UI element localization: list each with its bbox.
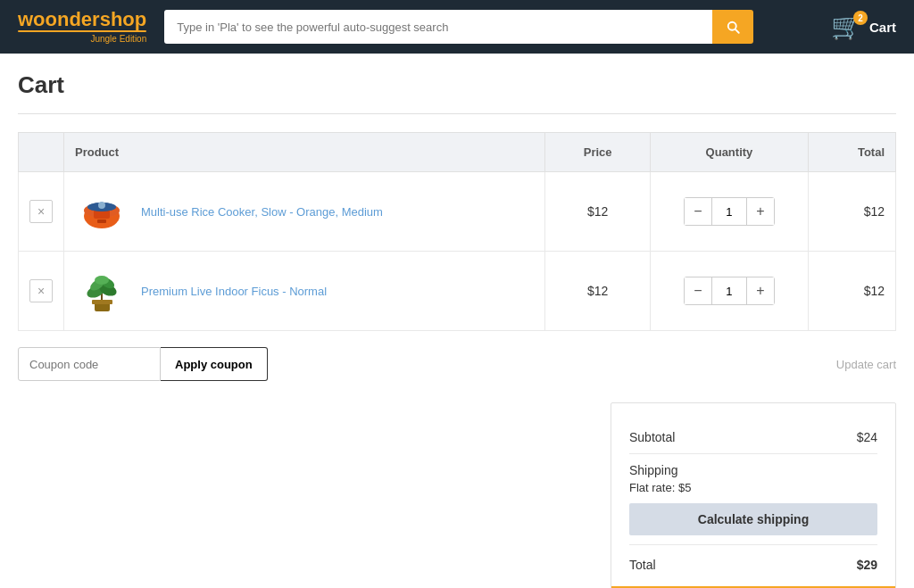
logo-subtitle: Jungle Edition: [18, 34, 146, 44]
coupon-input[interactable]: [18, 347, 161, 381]
shipping-label: Shipping: [629, 463, 877, 477]
cart-label: Cart: [869, 20, 896, 35]
th-remove: [19, 133, 64, 172]
cart-badge: 2: [853, 11, 868, 25]
qty-control-1: − +: [684, 197, 775, 226]
th-product: Product: [64, 133, 545, 172]
divider: [18, 113, 896, 114]
product-cell-1: Multi-use Rice Cooker, Slow - Orange, Me…: [64, 172, 545, 252]
summary-box: Subtotal $24 Shipping Flat rate: $5 Calc…: [611, 402, 896, 588]
page-content: Cart Product Price Quantity Total ×: [0, 54, 914, 588]
th-quantity: Quantity: [651, 133, 809, 172]
product-cell-2: Premium Live Indoor Ficus - Normal: [64, 252, 545, 331]
cart-area[interactable]: 🛒 2 Cart: [831, 14, 896, 39]
product-thumb-2: [75, 264, 129, 318]
calculate-shipping-button[interactable]: Calculate shipping: [629, 503, 877, 535]
remove-button-2[interactable]: ×: [29, 279, 53, 302]
page-title: Cart: [18, 71, 896, 99]
flat-rate-label: Flat rate: $5: [629, 481, 877, 494]
svg-rect-9: [92, 300, 112, 304]
logo: woondershop Jungle Edition: [18, 10, 146, 44]
ficus-icon: [78, 267, 127, 316]
cart-table-body: ×: [19, 172, 896, 331]
logo-underline: [18, 30, 146, 32]
qty-control-2: − +: [684, 277, 775, 305]
apply-coupon-button[interactable]: Apply coupon: [161, 347, 268, 381]
cart-table-head: Product Price Quantity Total: [19, 133, 896, 172]
coupon-left: Apply coupon: [18, 347, 268, 381]
price-cell-1: $12: [545, 172, 651, 252]
subtotal-label: Subtotal: [629, 430, 675, 444]
subtotal-value: $24: [857, 430, 877, 444]
logo-text: woondershop: [18, 10, 146, 29]
cart-table: Product Price Quantity Total ×: [18, 132, 896, 331]
logo-text-accent: shop: [100, 8, 147, 30]
th-price: Price: [545, 133, 651, 172]
qty-plus-1[interactable]: +: [747, 198, 774, 225]
product-thumb-1: [75, 185, 129, 238]
cart-icon-wrap: 🛒 2: [831, 14, 862, 39]
search-input[interactable]: [164, 10, 712, 44]
header: woondershop Jungle Edition 🛒 2 Cart: [0, 0, 914, 54]
svg-rect-7: [97, 219, 106, 223]
qty-input-1[interactable]: [711, 198, 747, 225]
price-cell-2: $12: [545, 252, 651, 331]
qty-minus-1[interactable]: −: [685, 198, 711, 225]
product-link-2[interactable]: Premium Live Indoor Ficus - Normal: [141, 285, 327, 298]
total-label: Total: [629, 558, 656, 572]
coupon-row: Apply coupon Update cart: [18, 347, 896, 381]
table-row: ×: [19, 252, 896, 331]
total-cell-2: $12: [808, 252, 895, 331]
search-bar: [164, 10, 753, 44]
search-icon: [725, 19, 741, 35]
table-row: ×: [19, 172, 896, 252]
qty-input-2[interactable]: [711, 277, 747, 304]
summary-inner: Subtotal $24 Shipping Flat rate: $5 Calc…: [611, 403, 895, 581]
qty-cell-1: − +: [651, 172, 809, 252]
svg-point-15: [95, 276, 109, 285]
total-value: $29: [857, 558, 877, 572]
svg-point-6: [98, 202, 105, 209]
summary-section: Subtotal $24 Shipping Flat rate: $5 Calc…: [18, 402, 896, 588]
qty-plus-2[interactable]: +: [747, 277, 774, 304]
logo-text-normal: woonder: [18, 8, 100, 30]
search-button[interactable]: [712, 10, 753, 44]
remove-cell-1: ×: [19, 172, 64, 252]
total-row: Total $29: [629, 545, 877, 581]
update-cart-button[interactable]: Update cart: [836, 358, 896, 371]
th-total: Total: [808, 133, 895, 172]
subtotal-row: Subtotal $24: [629, 421, 877, 454]
shipping-section: Shipping Flat rate: $5 Calculate shippin…: [629, 454, 877, 545]
rice-cooker-icon: [78, 187, 127, 236]
qty-cell-2: − +: [651, 252, 809, 331]
product-link-1[interactable]: Multi-use Rice Cooker, Slow - Orange, Me…: [141, 205, 383, 219]
total-cell-1: $12: [808, 172, 895, 252]
qty-minus-2[interactable]: −: [685, 277, 711, 304]
remove-cell-2: ×: [19, 252, 64, 331]
remove-button-1[interactable]: ×: [29, 200, 53, 223]
